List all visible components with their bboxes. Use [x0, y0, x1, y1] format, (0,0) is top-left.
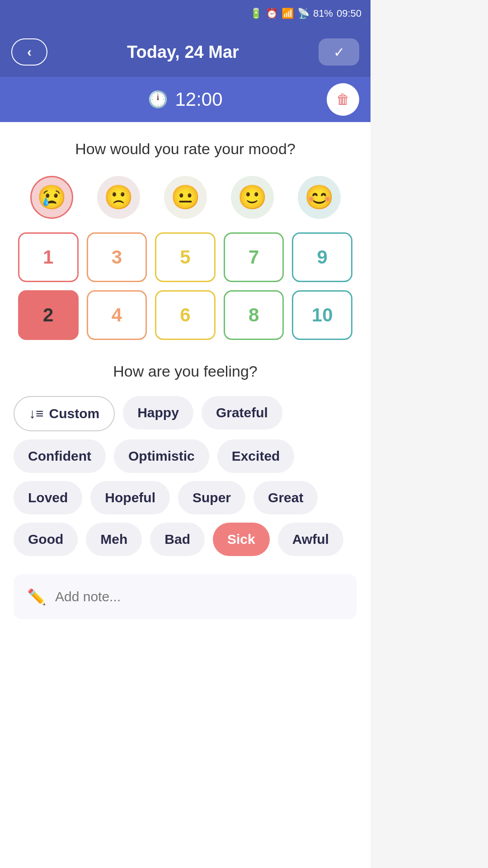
delete-button[interactable]: 🗑: [327, 83, 359, 116]
number-cell-10[interactable]: 10: [292, 290, 352, 340]
mood-question: How would you rate your mood?: [14, 140, 357, 158]
time-display: 🕛 12:00: [148, 89, 222, 110]
note-input[interactable]: [55, 589, 343, 604]
battery-percent: 81%: [313, 8, 333, 19]
tag-great-label: Great: [268, 490, 303, 505]
trash-icon: 🗑: [336, 92, 350, 107]
custom-sort-icon: ↓≡: [29, 406, 44, 421]
tag-super-label: Super: [192, 490, 231, 505]
pencil-icon: ✏️: [27, 588, 46, 606]
tag-optimistic[interactable]: Optimistic: [114, 439, 209, 473]
tag-optimistic-label: Optimistic: [128, 448, 195, 464]
tag-super[interactable]: Super: [178, 481, 245, 514]
number-grid: 1 3 5 7 9 2 4 6 8 10: [14, 232, 357, 340]
page-title: Today, 24 Mar: [127, 42, 239, 62]
tag-good-label: Good: [28, 532, 63, 547]
wifi-icon: 📶: [282, 8, 294, 19]
tag-sick[interactable]: Sick: [213, 523, 270, 556]
header: ‹ Today, 24 Mar ✓: [0, 27, 371, 77]
tag-meh[interactable]: Meh: [86, 523, 142, 556]
tag-great[interactable]: Great: [253, 481, 318, 514]
number-cell-1[interactable]: 1: [18, 232, 79, 282]
emoji-1[interactable]: 😢: [30, 176, 73, 219]
time-bar: 🕛 12:00 🗑: [0, 77, 371, 122]
number-cell-4[interactable]: 4: [87, 290, 147, 340]
number-cell-6[interactable]: 6: [155, 290, 216, 340]
tag-happy[interactable]: Happy: [123, 396, 193, 429]
emoji-4[interactable]: 🙂: [231, 176, 274, 219]
tag-awful-label: Awful: [292, 532, 329, 547]
tag-loved[interactable]: Loved: [14, 481, 82, 514]
tag-confident[interactable]: Confident: [14, 439, 106, 473]
number-cell-9[interactable]: 9: [292, 232, 352, 282]
number-cell-5[interactable]: 5: [155, 232, 216, 282]
tag-happy-label: Happy: [137, 405, 179, 420]
emoji-row: 😢 🙁 😐 🙂 😊: [14, 176, 357, 219]
status-icons: 🔋 ⏰ 📶 📡 81% 09:50: [250, 8, 361, 19]
tag-loved-label: Loved: [28, 490, 68, 505]
tag-grateful[interactable]: Grateful: [202, 396, 282, 429]
clock-icon: 🕛: [148, 90, 168, 109]
time-value: 12:00: [175, 89, 222, 110]
main-content: How would you rate your mood? 😢 🙁 😐 🙂 😊 …: [0, 122, 371, 868]
tag-custom-label: Custom: [49, 406, 100, 421]
feeling-tags: ↓≡ Custom Happy Grateful Confident Optim…: [14, 396, 357, 556]
number-cell-2[interactable]: 2: [18, 290, 79, 340]
tag-bad[interactable]: Bad: [150, 523, 205, 556]
battery-status-icon: 🔋: [250, 8, 262, 19]
status-bar: 🔋 ⏰ 📶 📡 81% 09:50: [0, 0, 371, 27]
tag-excited[interactable]: Excited: [217, 439, 295, 473]
alarm-icon: ⏰: [266, 8, 278, 19]
tag-sick-label: Sick: [227, 532, 255, 547]
emoji-5[interactable]: 😊: [298, 176, 341, 219]
number-cell-8[interactable]: 8: [224, 290, 284, 340]
back-button[interactable]: ‹: [11, 38, 47, 66]
clock-time: 09:50: [337, 8, 361, 19]
tag-hopeful-label: Hopeful: [105, 490, 155, 505]
back-arrow-icon: ‹: [27, 44, 32, 60]
tag-grateful-label: Grateful: [216, 405, 268, 420]
tag-confident-label: Confident: [28, 448, 91, 464]
signal-icon: 📡: [297, 8, 310, 19]
note-section: ✏️: [14, 574, 357, 619]
tag-good[interactable]: Good: [14, 523, 78, 556]
tag-bad-label: Bad: [164, 532, 190, 547]
tag-hopeful[interactable]: Hopeful: [90, 481, 170, 514]
emoji-3[interactable]: 😐: [164, 176, 207, 219]
tag-custom[interactable]: ↓≡ Custom: [14, 396, 115, 431]
tag-awful[interactable]: Awful: [278, 523, 343, 556]
check-icon: ✓: [333, 44, 345, 60]
tag-meh-label: Meh: [100, 532, 127, 547]
feeling-question: How are you feeling?: [14, 363, 357, 380]
number-cell-3[interactable]: 3: [87, 232, 147, 282]
emoji-2[interactable]: 🙁: [97, 176, 140, 219]
tag-excited-label: Excited: [232, 448, 280, 464]
confirm-button[interactable]: ✓: [319, 38, 359, 66]
number-cell-7[interactable]: 7: [224, 232, 284, 282]
